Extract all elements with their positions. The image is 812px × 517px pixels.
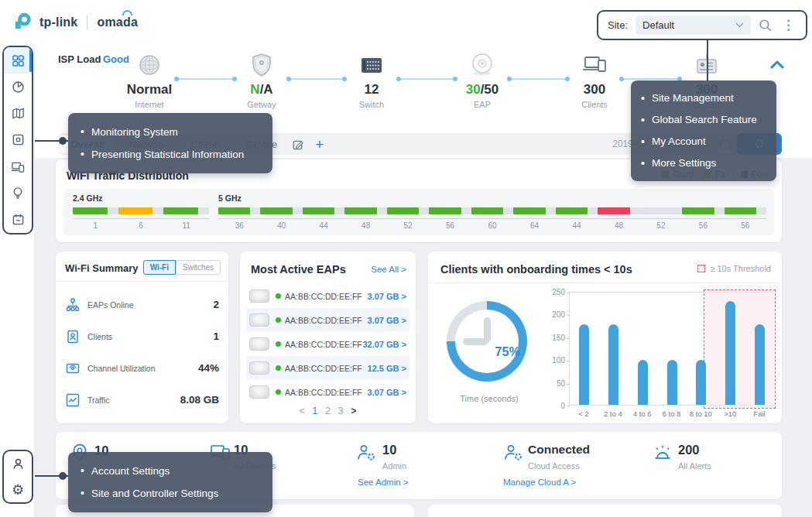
site-select-dropdown[interactable]: Default	[636, 15, 751, 35]
page-next[interactable]: >	[351, 406, 357, 416]
tplink-wordmark: tp-link	[39, 15, 77, 29]
eap-row[interactable]: AA:BB:CC:DD:EE:FF 12.5 GB >	[246, 356, 409, 380]
stat-eap: 30/50 EAP	[436, 51, 529, 109]
sidebar-item-insight[interactable]	[4, 180, 32, 206]
sidebar-item-account[interactable]	[4, 451, 32, 477]
eap-thumbnail	[249, 337, 269, 351]
sidebar-item-dashboard[interactable]	[4, 47, 32, 74]
cloud-status: Connected	[528, 443, 590, 457]
collapse-chevron-icon[interactable]	[770, 60, 784, 69]
stat-value-green: N	[250, 82, 259, 97]
onboarding-card: Clients with onboarding times < 10s ≥ 10…	[428, 252, 782, 423]
stat-label: EAP	[436, 100, 529, 109]
y-tick-label: 250	[543, 288, 565, 296]
person-icon	[12, 457, 25, 471]
channel-cell: 60	[471, 207, 513, 230]
bar	[608, 324, 618, 405]
stat-value: 12	[365, 82, 379, 97]
channel-cell: 36	[218, 207, 260, 230]
eap-row[interactable]: AA:BB:CC:DD:EE:FF 32.07 GB >	[246, 332, 409, 356]
site-label: Site:	[608, 19, 628, 31]
tooltip-line: Global Search Feature	[652, 109, 757, 131]
add-tab-button[interactable]: +	[307, 137, 331, 152]
pie-chart-icon	[12, 80, 25, 94]
row-arrow: >	[402, 292, 406, 301]
devices-icon	[11, 160, 25, 173]
toggle-wifi[interactable]: Wi-Fi	[143, 260, 176, 275]
cloud-label: Cloud Access	[528, 461, 580, 471]
page-1[interactable]: 1	[312, 406, 317, 416]
y-tick-label: 50	[543, 379, 565, 388]
more-menu-icon[interactable]: ⋮	[780, 19, 797, 32]
sidebar-item-map[interactable]	[4, 101, 32, 127]
see-admin-link[interactable]: See Admin >	[358, 478, 409, 487]
toggle-switches[interactable]: Switches	[176, 260, 221, 275]
clock-hand-horizontal	[463, 338, 488, 345]
admin-label: Admin	[382, 461, 406, 471]
alerts-icon	[652, 443, 673, 463]
see-all-link[interactable]: See All >	[371, 265, 406, 274]
summary-row-clients: Clients 1	[65, 320, 219, 352]
search-icon[interactable]	[759, 19, 773, 33]
sidebar-bottom-group: ⚙	[2, 450, 33, 504]
annotation-dot-account	[59, 472, 67, 480]
internet-globe-icon	[103, 51, 196, 79]
sidebar-item-log[interactable]	[4, 207, 32, 233]
page-3[interactable]: 3	[338, 406, 344, 416]
row-arrow: >	[402, 340, 406, 349]
stat-switch: 12 Switch	[325, 51, 418, 109]
sidebar-item-access-point[interactable]	[4, 127, 32, 153]
y-tick-label: 200	[543, 310, 565, 319]
annotation-dot-monitoring	[59, 137, 67, 145]
omada-dashboard: tp-link omada Site: Default ⋮	[0, 0, 812, 517]
clients-devices-icon	[548, 51, 641, 79]
edit-tabs-icon[interactable]	[293, 139, 304, 150]
bar	[667, 360, 677, 405]
summary-row-utilization: Channel Utilization 44%	[65, 352, 219, 384]
channel-cell: 64	[513, 207, 555, 230]
summary-row-eaps: EAPs Online 2	[65, 289, 219, 320]
channel-cell: 56	[429, 207, 471, 230]
gear-icon: ⚙	[12, 483, 24, 497]
channel-cell: 11	[163, 207, 209, 230]
row-arrow: >	[402, 364, 406, 373]
eap-row[interactable]: AA:BB:CC:DD:EE:FF 3.07 GB >	[246, 380, 409, 404]
page-prev[interactable]: <	[299, 406, 304, 416]
onboarding-bar-chart: 250 200 150 100 50 0	[569, 292, 774, 406]
bar	[638, 360, 648, 405]
donut-percent: 75%	[495, 345, 520, 359]
summary-toggle: Wi-Fi Switches	[143, 260, 221, 275]
site-selector-box: Site: Default ⋮	[597, 10, 807, 40]
stat-value-green: 30	[466, 82, 481, 97]
threshold-legend: ≥ 10s Threshold	[697, 264, 771, 273]
wifi-summary-card: Wi-Fi Summary Wi-Fi Switches EAPs Online…	[56, 252, 228, 423]
tooltip-line: Account Settings	[91, 460, 170, 482]
divider	[428, 282, 782, 283]
stat-label: Clients	[548, 100, 641, 109]
tooltip-monitoring: •Monitoring System •Presenting Statistic…	[68, 113, 272, 173]
manage-cloud-link[interactable]: Manage Cloud A >	[503, 478, 576, 487]
sidebar-item-statistics[interactable]	[4, 74, 32, 100]
brand-logos: tp-link omada	[12, 12, 138, 33]
stat-value: /50	[481, 82, 499, 97]
band-5-label: 5 GHz	[218, 193, 766, 203]
summary-rows: EAPs Online 2 Clients 1 Channel Utiliz	[65, 289, 219, 416]
page-2[interactable]: 2	[325, 406, 331, 416]
dashboard-icon	[12, 54, 25, 67]
eap-row[interactable]: AA:BB:CC:DD:EE:FF 3.07 GB >	[246, 308, 409, 332]
omada-wordmark: omada	[97, 15, 138, 29]
bar	[755, 324, 765, 405]
annotation-connector-site	[707, 40, 708, 81]
stat-value: 300	[584, 82, 605, 97]
topology-connector	[289, 78, 344, 80]
partial-card-right	[428, 505, 782, 517]
sidebar-item-devices[interactable]	[4, 153, 32, 180]
chevron-down-icon	[735, 22, 744, 28]
sidebar-item-settings[interactable]: ⚙	[4, 477, 32, 502]
eap-row[interactable]: AA:BB:CC:DD:EE:FF 3.07 GB >	[246, 284, 409, 308]
tooltip-line: Presenting Statistical Information	[91, 143, 244, 166]
band-24-label: 2.4 GHz	[73, 193, 209, 203]
stat-label: Getway	[215, 100, 308, 109]
topology-connector	[399, 78, 455, 80]
tooltip-line: Site and Controller Settings	[91, 482, 218, 505]
